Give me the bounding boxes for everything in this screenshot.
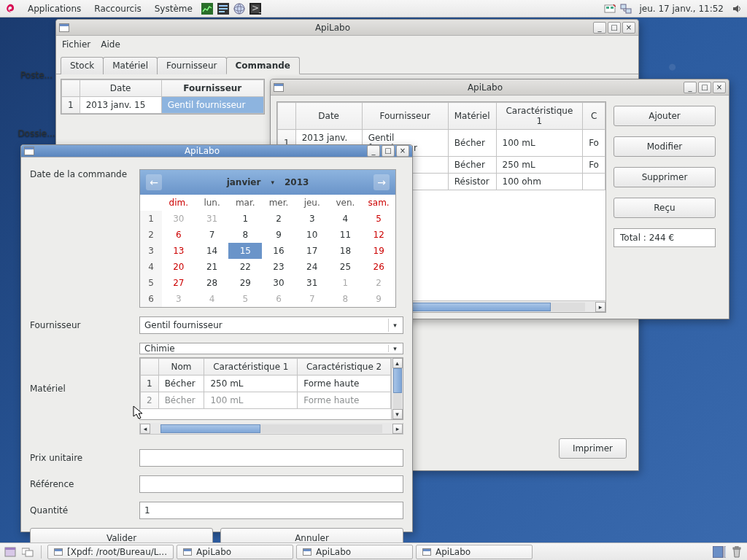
minimize-button[interactable]: _ bbox=[593, 22, 606, 34]
col-materiel[interactable]: Matériel bbox=[448, 103, 496, 130]
close-button[interactable]: × bbox=[396, 145, 409, 157]
cal-day[interactable]: 1 bbox=[329, 275, 363, 291]
col-carac1[interactable]: Caractéristique 1 bbox=[496, 103, 583, 130]
maximize-button[interactable]: □ bbox=[698, 82, 711, 93]
cal-day[interactable]: 12 bbox=[362, 227, 395, 243]
cal-day[interactable]: 10 bbox=[295, 227, 329, 243]
minimize-button[interactable]: _ bbox=[684, 82, 697, 93]
commande-table[interactable]: Date Fournisseur 1 2013 janv. 15 Gentil … bbox=[61, 79, 264, 114]
cal-day[interactable]: 15 bbox=[228, 243, 262, 259]
cal-day[interactable]: 30 bbox=[262, 275, 295, 291]
cal-day[interactable]: 4 bbox=[196, 291, 229, 307]
cal-day[interactable]: 24 bbox=[295, 259, 329, 275]
tab-materiel[interactable]: Matériel bbox=[103, 57, 158, 74]
table-row[interactable]: 1 2013 janv. 15 Gentil fournisseur bbox=[62, 97, 264, 114]
maximize-button[interactable]: □ bbox=[382, 145, 395, 157]
cal-prev[interactable]: ← bbox=[146, 174, 162, 190]
window-list-icon[interactable] bbox=[21, 545, 34, 559]
cal-day[interactable]: 3 bbox=[162, 291, 196, 307]
quantite-input[interactable] bbox=[139, 502, 403, 519]
debian-logo-icon[interactable] bbox=[3, 1, 18, 16]
desktop-icon-computer[interactable]: Poste... bbox=[13, 70, 60, 80]
cal-day[interactable]: 20 bbox=[162, 259, 196, 275]
tab-commande[interactable]: Commande bbox=[226, 57, 300, 74]
cal-day[interactable]: 31 bbox=[295, 275, 329, 291]
applet-icon-1[interactable] bbox=[201, 2, 214, 15]
task-apilabo-3[interactable]: ApiLabo bbox=[416, 545, 533, 559]
cal-day[interactable]: 8 bbox=[329, 291, 363, 307]
add-button[interactable]: Ajouter bbox=[614, 106, 716, 126]
menu-applications[interactable]: Applications bbox=[22, 1, 87, 16]
cal-day[interactable]: 29 bbox=[228, 275, 262, 291]
cal-day[interactable]: 6 bbox=[162, 227, 196, 243]
cal-day[interactable]: 3 bbox=[295, 211, 329, 227]
col-fournisseur[interactable]: Fournisseur bbox=[161, 80, 263, 97]
show-desktop-icon[interactable] bbox=[4, 545, 17, 559]
cal-day[interactable]: 1 bbox=[228, 211, 262, 227]
menu-help[interactable]: Aide bbox=[101, 39, 120, 50]
menu-system[interactable]: Système bbox=[149, 1, 198, 16]
cal-day[interactable]: 18 bbox=[329, 243, 363, 259]
menu-file[interactable]: Fichier bbox=[62, 39, 90, 50]
col-fournisseur[interactable]: Fournisseur bbox=[362, 103, 448, 130]
col-date[interactable]: Date bbox=[295, 103, 362, 130]
cal-day[interactable]: 5 bbox=[362, 211, 395, 227]
task-apilabo-2[interactable]: ApiLabo bbox=[296, 545, 413, 559]
table-row[interactable]: 2Bécher100 mLForme haute bbox=[141, 392, 391, 409]
cal-day[interactable]: 2 bbox=[262, 211, 295, 227]
cal-day[interactable]: 28 bbox=[196, 275, 229, 291]
chevron-down-icon[interactable]: ▾ bbox=[388, 319, 401, 332]
applet-icon-4[interactable]: >_ bbox=[249, 2, 262, 15]
close-button[interactable]: × bbox=[713, 82, 726, 93]
cal-day[interactable]: 23 bbox=[262, 259, 295, 275]
cal-day[interactable]: 8 bbox=[228, 227, 262, 243]
calendar[interactable]: ←janvier▾2013→dim.lun.mar.mer.jeu.ven.sa… bbox=[139, 169, 396, 308]
tab-stock[interactable]: Stock bbox=[61, 57, 104, 74]
cal-day[interactable]: 13 bbox=[162, 243, 196, 259]
close-button[interactable]: × bbox=[622, 22, 635, 34]
cal-day[interactable]: 4 bbox=[329, 211, 363, 227]
received-button[interactable]: Reçu bbox=[614, 198, 716, 218]
cal-day[interactable]: 27 bbox=[162, 275, 196, 291]
cal-day[interactable]: 11 bbox=[329, 227, 363, 243]
cal-day[interactable]: 9 bbox=[262, 227, 295, 243]
applet-icon-2[interactable] bbox=[217, 2, 230, 15]
tab-fournisseur[interactable]: Fournisseur bbox=[157, 57, 227, 74]
titlebar-detail[interactable]: ApiLabo _ □ × bbox=[271, 79, 729, 96]
cal-day[interactable]: 19 bbox=[362, 243, 395, 259]
trash-icon[interactable] bbox=[730, 545, 743, 559]
titlebar-form[interactable]: ApiLabo _ □ × bbox=[21, 145, 412, 158]
network-icon[interactable] bbox=[619, 2, 632, 15]
desktop-icon-folder[interactable]: Dossie... bbox=[13, 128, 60, 139]
cal-day[interactable]: 22 bbox=[228, 259, 262, 275]
cal-day[interactable]: 5 bbox=[228, 291, 262, 307]
cal-day[interactable]: 14 bbox=[196, 243, 229, 259]
cal-day[interactable]: 25 bbox=[329, 259, 363, 275]
cal-day[interactable]: 6 bbox=[262, 291, 295, 307]
vscrollbar[interactable]: ▴▾ bbox=[391, 358, 403, 419]
print-button[interactable]: Imprimer bbox=[559, 438, 627, 459]
delete-button[interactable]: Supprimer bbox=[614, 167, 716, 187]
volume-icon[interactable] bbox=[730, 2, 743, 15]
tray-icon-1[interactable]: e bbox=[603, 2, 616, 15]
maximize-button[interactable]: □ bbox=[608, 22, 621, 34]
fournisseur-combo[interactable]: Gentil fournisseur▾ bbox=[139, 316, 403, 334]
cal-day[interactable]: 9 bbox=[362, 291, 395, 307]
task-xpdf[interactable]: [Xpdf: /root/Bureau/L... bbox=[47, 545, 174, 559]
table-row[interactable]: 1Bécher250 mLForme haute bbox=[141, 376, 391, 392]
col-date[interactable]: Date bbox=[80, 80, 161, 97]
cal-day[interactable]: 21 bbox=[196, 259, 229, 275]
cal-day[interactable]: 16 bbox=[262, 243, 295, 259]
minimize-button[interactable]: _ bbox=[367, 145, 380, 157]
modify-button[interactable]: Modifier bbox=[614, 136, 716, 157]
cal-day[interactable]: 30 bbox=[162, 211, 196, 227]
cal-day[interactable]: 7 bbox=[196, 227, 229, 243]
clock[interactable]: jeu. 17 janv., 11:52 bbox=[635, 4, 728, 14]
col-c[interactable]: C bbox=[583, 103, 605, 130]
task-apilabo-1[interactable]: ApiLabo bbox=[177, 545, 293, 559]
cal-day[interactable]: 7 bbox=[295, 291, 329, 307]
workspace-switcher[interactable] bbox=[713, 545, 726, 559]
titlebar-main[interactable]: ApiLabo _ □ × bbox=[56, 20, 638, 36]
hscrollbar[interactable]: ◂▸ bbox=[139, 423, 403, 435]
cal-next[interactable]: → bbox=[374, 174, 390, 190]
